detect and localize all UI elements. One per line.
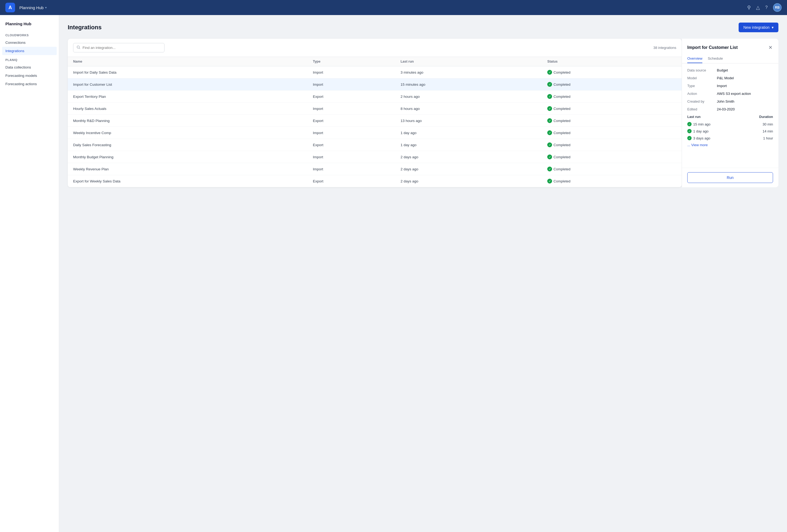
cell-lastrun: 1 day ago: [395, 139, 542, 151]
detail-field-row: Created by John Smith: [687, 99, 773, 104]
col-type: Type: [307, 57, 395, 66]
status-check-icon: ✓: [547, 142, 552, 147]
status-label: Completed: [553, 107, 570, 111]
cell-type: Import: [307, 151, 395, 163]
run-status-icon: ✓: [687, 129, 692, 133]
detail-field-label: Data source: [687, 68, 717, 72]
search-wrapper: [73, 43, 165, 52]
cell-name: Daily Sales Forecasting: [68, 139, 307, 151]
cell-name: Monthly R&D Planning: [68, 115, 307, 127]
table-row[interactable]: Monthly Budget Planning Import 2 days ag…: [68, 151, 682, 163]
view-more-label: View more: [691, 143, 708, 147]
table-row[interactable]: Export Territory Plan Export 2 hours ago…: [68, 91, 682, 103]
sidebar-section-planiq: PlanIQ: [0, 55, 59, 63]
cell-type: Import: [307, 66, 395, 79]
run-time: ✓ 15 min ago: [687, 122, 710, 126]
detail-field-row: Action AWS S3 export action: [687, 92, 773, 96]
cell-status: ✓ Completed: [542, 115, 682, 127]
sidebar-item-connections[interactable]: Connections: [0, 39, 59, 47]
detail-title: Import for Customer List: [687, 45, 738, 50]
cell-status: ✓ Completed: [542, 103, 682, 115]
sidebar-title: Planning Hub: [0, 22, 59, 30]
main-flex-container: 38 integrations Name Type Last run Statu…: [68, 39, 779, 187]
status-check-icon: ✓: [547, 82, 552, 87]
search-icon: [77, 45, 80, 50]
run-duration-label: 30 min: [763, 122, 773, 126]
cell-lastrun: 2 days ago: [395, 175, 542, 187]
status-label: Completed: [553, 155, 570, 159]
detail-field-row: Edited 24-03-2020: [687, 107, 773, 111]
detail-field-label: Edited: [687, 107, 717, 111]
run-time-label: 3 days ago: [693, 136, 710, 140]
content-area: Integrations New integration ▾: [59, 15, 787, 532]
run-status-icon: ✓: [687, 122, 692, 126]
user-avatar[interactable]: RB: [773, 3, 782, 12]
run-time: ✓ 1 day ago: [687, 129, 708, 133]
table-row[interactable]: Daily Sales Forecasting Export 1 day ago…: [68, 139, 682, 151]
cell-lastrun: 2 days ago: [395, 151, 542, 163]
view-more-link[interactable]: ... View more: [687, 143, 773, 147]
status-check-icon: ✓: [547, 130, 552, 135]
detail-field-value: 24-03-2020: [717, 107, 735, 111]
cell-lastrun: 8 hours ago: [395, 103, 542, 115]
cell-type: Import: [307, 79, 395, 91]
tab-overview[interactable]: Overview: [687, 54, 702, 63]
run-time-label: 15 min ago: [693, 122, 710, 126]
table-row[interactable]: Monthly R&D Planning Export 13 hours ago…: [68, 115, 682, 127]
search-icon[interactable]: ⚲: [747, 4, 751, 10]
notifications-icon[interactable]: △: [756, 4, 760, 10]
detail-field-label: Created by: [687, 99, 717, 104]
runs-col-duration: Duration: [759, 115, 773, 119]
table-row[interactable]: Hourly Sales Actuals Import 8 hours ago …: [68, 103, 682, 115]
cell-type: Export: [307, 175, 395, 187]
sidebar: Planning Hub CloudWorks Connections Inte…: [0, 15, 59, 532]
cell-lastrun: 1 day ago: [395, 127, 542, 139]
detail-field-label: Model: [687, 76, 717, 80]
new-integration-label: New integration: [743, 25, 769, 29]
run-row: ✓ 1 day ago 14 min: [687, 129, 773, 133]
cell-type: Export: [307, 115, 395, 127]
search-input[interactable]: [83, 46, 161, 50]
sidebar-item-integrations[interactable]: Integrations: [2, 47, 57, 55]
close-button[interactable]: ✕: [768, 44, 773, 51]
status-label: Completed: [553, 94, 570, 98]
cell-status: ✓ Completed: [542, 163, 682, 175]
help-icon[interactable]: ?: [765, 5, 768, 10]
sidebar-item-forecasting-models[interactable]: Forecasting models: [0, 71, 59, 80]
cell-name: Import for Customer List: [68, 79, 307, 91]
cell-status: ✓ Completed: [542, 175, 682, 187]
status-label: Completed: [553, 179, 570, 183]
detail-field-value: Budget: [717, 68, 728, 72]
run-status-icon: ✓: [687, 136, 692, 140]
tab-schedule[interactable]: Schedule: [708, 54, 723, 63]
table-row[interactable]: Export for Weekly Sales Data Export 2 da…: [68, 175, 682, 187]
table-row[interactable]: Import for Customer List Import 15 minut…: [68, 79, 682, 91]
cell-lastrun: 15 minutes ago: [395, 79, 542, 91]
cell-lastrun: 3 minutes ago: [395, 66, 542, 79]
top-navigation: A Planning Hub ▾ ⚲ △ ? RB: [0, 0, 787, 15]
sidebar-item-data-collections[interactable]: Data collections: [0, 63, 59, 71]
run-time: ✓ 3 days ago: [687, 136, 710, 140]
table-row[interactable]: Import for Daily Sales Data Import 3 min…: [68, 66, 682, 79]
status-label: Completed: [553, 131, 570, 135]
table-row[interactable]: Weekly Incentive Comp Import 1 day ago ✓…: [68, 127, 682, 139]
run-button[interactable]: Run: [687, 172, 773, 183]
app-name-label: Planning Hub: [19, 5, 44, 10]
app-name-button[interactable]: Planning Hub ▾: [19, 5, 47, 10]
sidebar-item-forecasting-actions[interactable]: Forecasting actions: [0, 80, 59, 88]
detail-field-row: Type Import: [687, 84, 773, 88]
view-more-ellipsis: ...: [687, 143, 690, 147]
cell-lastrun: 13 hours ago: [395, 115, 542, 127]
cell-status: ✓ Completed: [542, 79, 682, 91]
page-header: Integrations New integration ▾: [68, 23, 779, 32]
run-duration-label: 14 min: [763, 129, 773, 133]
cell-lastrun: 2 days ago: [395, 163, 542, 175]
integrations-table: Name Type Last run Status Import for Dai…: [68, 57, 682, 187]
table-row[interactable]: Weekly Revenue Plan Import 2 days ago ✓ …: [68, 163, 682, 175]
status-check-icon: ✓: [547, 106, 552, 111]
detail-panel: Import for Customer List ✕ Overview Sche…: [682, 39, 779, 187]
cell-type: Import: [307, 127, 395, 139]
status-label: Completed: [553, 119, 570, 123]
new-integration-button[interactable]: New integration ▾: [739, 23, 779, 32]
run-time-label: 1 day ago: [693, 129, 708, 133]
